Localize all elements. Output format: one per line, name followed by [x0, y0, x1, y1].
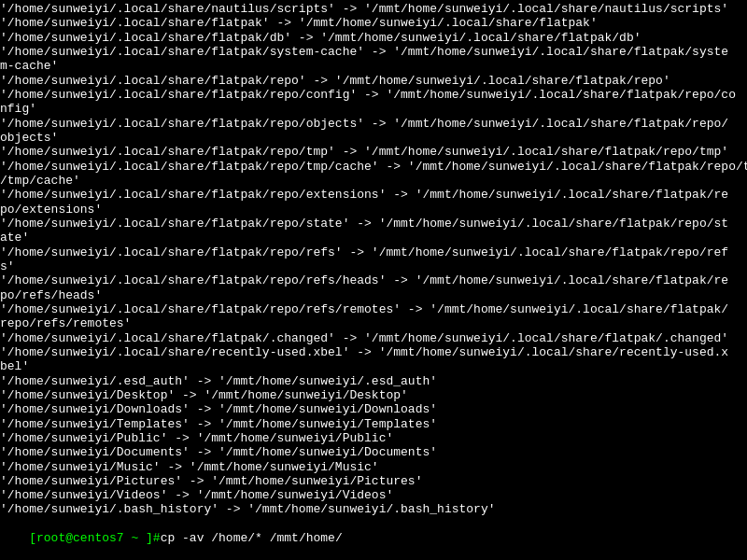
command: cp -av /home/* /mmt/home/ [161, 531, 343, 545]
output-line: '/home/sunweiyi/Desktop' -> '/mmt/home/s… [0, 388, 747, 402]
output-line: /tmp/cache' [0, 174, 747, 188]
output-line: '/home/sunweiyi/Templates' -> '/mmt/home… [0, 417, 747, 431]
output-line: '/home/sunweiyi/.local/share/flatpak/rep… [0, 245, 747, 259]
output-line: '/home/sunweiyi/.local/share/recently-us… [0, 345, 747, 359]
output-line: nfig' [0, 102, 747, 116]
output-line: '/home/sunweiyi/.local/share/flatpak/sys… [0, 45, 747, 59]
output-line: '/home/sunweiyi/Videos' -> '/mmt/home/su… [0, 488, 747, 502]
output-line: '/home/sunweiyi/.local/share/flatpak/rep… [0, 88, 747, 102]
prompt-line: [root@centos7 ~ ]#cp -av /home/* /mmt/ho… [0, 517, 747, 560]
output-line: repo/refs/remotes' [0, 316, 747, 330]
output-line: '/home/sunweiyi/Documents' -> '/mmt/home… [0, 445, 747, 459]
output-line: '/home/sunweiyi/.local/share/flatpak/rep… [0, 74, 747, 88]
output-line: '/home/sunweiyi/Music' -> '/mmt/home/sun… [0, 460, 747, 474]
output-line: bel' [0, 359, 747, 373]
output-line: objects' [0, 131, 747, 145]
output-line: '/home/sunweiyi/Public' -> '/mmt/home/su… [0, 431, 747, 445]
output-lines: '/home/sunweiyi/.local/share/nautilus/sc… [0, 2, 747, 517]
output-line: po/refs/heads' [0, 288, 747, 302]
output-line: '/home/sunweiyi/.bash_history' -> '/mmt/… [0, 502, 747, 516]
output-line: '/home/sunweiyi/.local/share/flatpak/.ch… [0, 331, 747, 345]
output-line: '/home/sunweiyi/.esd_auth' -> '/mmt/home… [0, 374, 747, 388]
output-line: '/home/sunweiyi/.local/share/flatpak' ->… [0, 16, 747, 30]
output-line: '/home/sunweiyi/Downloads' -> '/mmt/home… [0, 402, 747, 416]
output-line: '/home/sunweiyi/Pictures' -> '/mmt/home/… [0, 474, 747, 488]
output-line: '/home/sunweiyi/.local/share/flatpak/rep… [0, 160, 747, 174]
output-line: '/home/sunweiyi/.local/share/flatpak/rep… [0, 145, 747, 159]
output-line: '/home/sunweiyi/.local/share/flatpak/db'… [0, 31, 747, 45]
output-line: '/home/sunweiyi/.local/share/flatpak/rep… [0, 217, 747, 231]
output-line: s' [0, 259, 747, 273]
terminal[interactable]: '/home/sunweiyi/.local/share/nautilus/sc… [0, 0, 747, 560]
output-line: '/home/sunweiyi/.local/share/flatpak/rep… [0, 273, 747, 287]
prompt: [root@centos7 ~ ]# [29, 531, 160, 545]
output-line: m-cache' [0, 59, 747, 73]
output-line: '/home/sunweiyi/.local/share/nautilus/sc… [0, 2, 747, 16]
output-line: '/home/sunweiyi/.local/share/flatpak/rep… [0, 188, 747, 202]
output-line: ate' [0, 231, 747, 245]
output-line: '/home/sunweiyi/.local/share/flatpak/rep… [0, 117, 747, 131]
output-line: '/home/sunweiyi/.local/share/flatpak/rep… [0, 302, 747, 316]
output-line: po/extensions' [0, 203, 747, 217]
